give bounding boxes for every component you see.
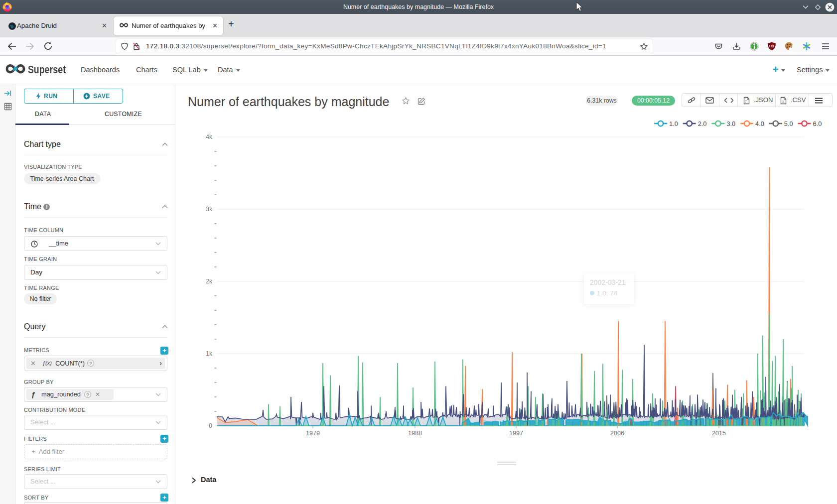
svg-text:1979: 1979: [306, 430, 320, 437]
svg-text:4k: 4k: [206, 133, 213, 140]
svg-text:2k: 2k: [206, 278, 213, 285]
svg-text:3.0: 3.0: [726, 120, 735, 127]
svg-text:1.0: 1.0: [669, 120, 678, 127]
svg-text:UO: UO: [769, 44, 774, 48]
svg-text:3k: 3k: [206, 206, 213, 213]
svg-text:4.0: 4.0: [755, 120, 764, 127]
svg-text:1k: 1k: [206, 350, 213, 357]
svg-text:0: 0: [209, 422, 212, 429]
svg-text:2006: 2006: [610, 430, 624, 437]
svg-text:1988: 1988: [408, 430, 422, 437]
svg-text:2015: 2015: [712, 430, 726, 437]
svg-text:6.0: 6.0: [813, 120, 822, 127]
svg-text:1997: 1997: [509, 430, 523, 437]
svg-text:2.0: 2.0: [698, 120, 707, 127]
svg-text:x: x: [782, 100, 784, 103]
svg-text:5.0: 5.0: [784, 120, 793, 127]
